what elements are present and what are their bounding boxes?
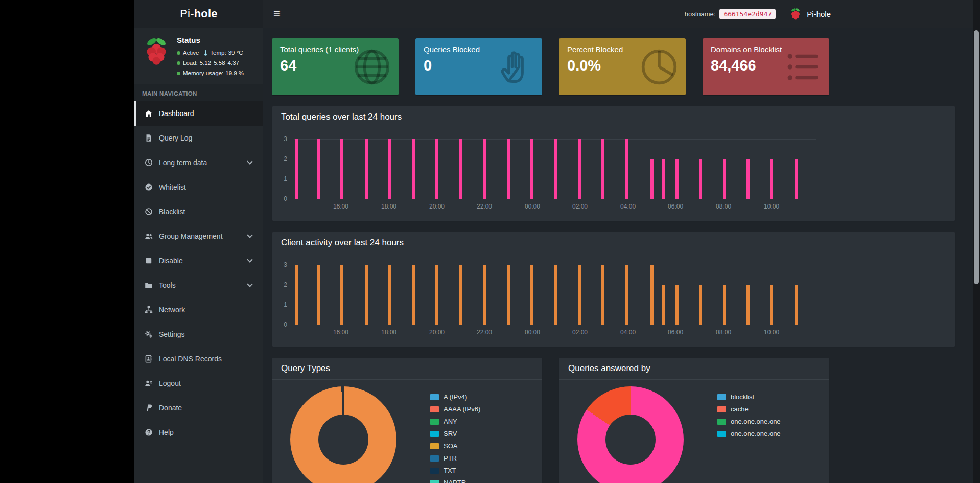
brand-text-bold: hole — [194, 7, 218, 20]
legend-item[interactable]: blocklist — [717, 393, 781, 401]
gridline — [294, 199, 816, 199]
hand-paper-icon — [496, 48, 535, 86]
sidebar-item-help[interactable]: Help — [134, 420, 263, 445]
sidebar-item-group-management[interactable]: Group Management — [134, 224, 263, 248]
status-row-load: Load: 5.12 5.58 4.37 — [177, 58, 246, 68]
legend-item[interactable]: A (IPv4) — [430, 393, 480, 401]
chart-bar — [625, 139, 628, 199]
navbar: ≡ hostname: 666154e2d947 — [263, 0, 980, 28]
panel-title: Total queries over last 24 hours — [272, 106, 955, 128]
query-types-panel: Query Types A (IPv4)AAAA (IPv6)ANYSRVSOA… — [272, 358, 542, 483]
x-axis-label: 10:00 — [764, 329, 779, 336]
sidebar-item-label: Long term data — [159, 158, 207, 167]
chart-bar — [662, 285, 665, 325]
status-row-memory: Memory usage: 19.9 % — [177, 68, 246, 78]
sidebar-item-dashboard[interactable]: Dashboard — [134, 101, 263, 126]
chevron-down-icon — [247, 159, 252, 165]
legend-label: AAAA (IPv6) — [444, 405, 480, 413]
legend-item[interactable]: TXT — [430, 467, 480, 474]
sidebar-item-tools[interactable]: Tools — [134, 273, 263, 297]
query-types-doughnut[interactable] — [290, 386, 396, 483]
legend-swatch — [430, 443, 439, 449]
brand-logo[interactable]: Pi-hole — [134, 0, 263, 28]
legend-item[interactable]: one.one.one.one — [717, 418, 781, 425]
legend-label: ANY — [444, 418, 457, 425]
x-axis-label: 22:00 — [477, 203, 492, 210]
queries-answered-by-doughnut[interactable] — [577, 386, 684, 483]
plot-area[interactable]: 16:0018:0020:0022:0000:0002:0004:0006:00… — [294, 139, 816, 199]
sidebar-item-query-log[interactable]: Query Log — [134, 126, 263, 150]
legend-item[interactable]: SOA — [430, 442, 480, 450]
x-axis-label: 18:00 — [381, 203, 396, 210]
sidebar-item-label: Donate — [159, 404, 182, 412]
client-activity-chart: 3210 16:0018:0020:0022:0000:0002:0004:00… — [272, 254, 955, 345]
chart-bar — [650, 265, 654, 325]
chart-bar — [770, 285, 773, 325]
gridline — [294, 325, 816, 325]
legend-item[interactable]: PTR — [430, 454, 480, 462]
chart-bar — [388, 265, 391, 325]
legend-label: SOA — [444, 442, 457, 450]
legend-swatch — [430, 419, 439, 425]
sidebar-item-label: Settings — [159, 330, 185, 338]
sidebar-item-label: Help — [159, 428, 174, 436]
panel-title: Queries answered by — [559, 358, 829, 380]
chart-bar — [295, 265, 298, 325]
queries-answered-by-chart: blocklistcacheone.one.one.oneone.one.one… — [559, 380, 829, 483]
sidebar-item-label: Blacklist — [159, 208, 185, 216]
sidebar-item-blacklist[interactable]: Blacklist — [134, 199, 263, 224]
sidebar-item-label: Whitelist — [159, 183, 186, 191]
x-axis-label: 02:00 — [572, 329, 588, 336]
chart-bar — [625, 265, 628, 325]
chart-bar — [746, 159, 750, 199]
legend-item[interactable]: SRV — [430, 430, 480, 438]
sidebar-item-label: Logout — [159, 379, 181, 387]
question-circle-icon — [144, 428, 153, 436]
sidebar-item-disable[interactable]: Disable — [134, 248, 263, 273]
sitemap-icon — [144, 306, 153, 314]
scrollbar-track[interactable] — [973, 0, 980, 483]
chart-bar — [650, 159, 654, 199]
list-icon — [783, 48, 822, 86]
sidebar: Status Active Temp: 39 °C Load: — [134, 28, 263, 483]
chart-bar — [483, 265, 486, 325]
top-bar: Pi-hole ≡ hostname: 666154e2d947 — [134, 0, 980, 28]
sidebar-section-header: MAIN NAVIGATION — [134, 84, 263, 101]
hamburger-menu-icon[interactable]: ≡ — [273, 8, 281, 20]
load-label: Load: — [183, 58, 198, 68]
x-axis-label: 08:00 — [716, 203, 731, 210]
sidebar-item-whitelist[interactable]: Whitelist — [134, 175, 263, 199]
x-axis-label: 04:00 — [620, 329, 636, 336]
navbar-app-title: Pi-hole — [807, 10, 831, 18]
chart-bar — [412, 265, 415, 325]
sidebar-item-local-dns-records[interactable]: Local DNS Records — [134, 347, 263, 371]
chevron-down-icon — [247, 233, 252, 238]
legend-label: cache — [731, 405, 749, 413]
legend-item[interactable]: cache — [717, 405, 781, 413]
chart-bar — [795, 159, 798, 199]
scrollbar-thumb[interactable] — [974, 30, 979, 284]
legend-item[interactable]: AAAA (IPv6) — [430, 405, 480, 413]
legend-item[interactable]: ANY — [430, 418, 480, 425]
main-content: Total queries (1 clients) 64 Queries Blo… — [263, 28, 973, 483]
chart-bar — [388, 139, 391, 199]
sidebar-item-donate[interactable]: Donate — [134, 396, 263, 420]
legend-item[interactable]: one.one.one.one — [717, 430, 781, 438]
legend-label: one.one.one.one — [731, 418, 781, 425]
legend-item[interactable]: NAPTR — [430, 479, 480, 483]
sidebar-item-settings[interactable]: Settings — [134, 322, 263, 347]
chart-bar — [530, 139, 533, 199]
legend-swatch — [430, 480, 439, 483]
x-axis-label: 04:00 — [620, 203, 636, 210]
legend-swatch — [430, 455, 439, 462]
y-axis-label: 2 — [284, 281, 287, 288]
chevron-down-icon — [247, 282, 252, 287]
sidebar-item-label: Tools — [159, 281, 176, 289]
y-axis: 3210 — [272, 265, 291, 325]
sidebar-item-logout[interactable]: Logout — [134, 371, 263, 396]
plot-area[interactable]: 16:0018:0020:0022:0000:0002:0004:0006:00… — [294, 265, 816, 325]
sidebar-item-network[interactable]: Network — [134, 297, 263, 322]
chart-bar — [483, 139, 486, 199]
sidebar-item-long-term-data[interactable]: Long term data — [134, 150, 263, 175]
address-book-icon — [144, 355, 153, 363]
